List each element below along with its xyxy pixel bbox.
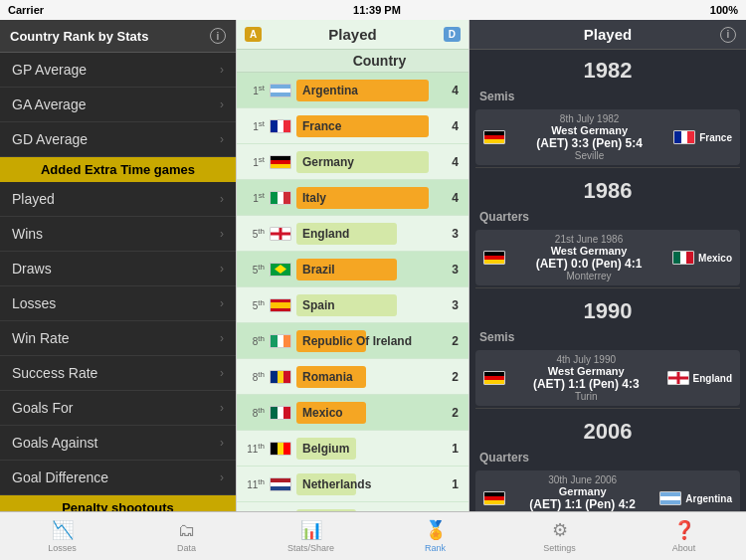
score-badge: 2 xyxy=(452,334,459,348)
country-bar-area: England 3 xyxy=(296,223,463,245)
match-score: (AET) 3:3 (Pen) 5:4 xyxy=(509,136,669,150)
country-bar-area: Romania 2 xyxy=(296,366,463,388)
country-row-esp[interactable]: 5th Spain 3 xyxy=(237,287,468,323)
rank-badge: 8th xyxy=(243,406,265,419)
menu-item-draws[interactable]: Draws› xyxy=(0,252,236,286)
country-name: Argentina xyxy=(302,84,358,97)
country-row-arg[interactable]: 1st Argentina 4 xyxy=(237,73,468,108)
tab-label-about: About xyxy=(672,543,696,553)
country-name: Republic Of Ireland xyxy=(302,334,412,348)
flag-ita xyxy=(270,190,291,205)
country-row-rom[interactable]: 8th Romania 2 xyxy=(237,359,468,395)
chevron-icon: › xyxy=(220,366,224,380)
tab-rank[interactable]: 🏅 Rank xyxy=(373,512,497,560)
flag-nld xyxy=(270,476,291,491)
match-date: 4th July 1990 xyxy=(509,354,663,365)
match-info: 30th June 2006 Germany (AET) 1:1 (Pen) 4… xyxy=(505,474,659,511)
rank-badge: 1st xyxy=(243,191,265,204)
chevron-icon: › xyxy=(220,436,224,450)
menu-item-success-rate[interactable]: Success Rate› xyxy=(0,356,236,391)
chevron-icon: › xyxy=(220,63,224,77)
flag-irl xyxy=(270,333,291,348)
menu-item-goal-difference[interactable]: Goal Difference› xyxy=(0,461,236,495)
country-row-fra[interactable]: 1st France 4 xyxy=(237,108,468,144)
chevron-icon: › xyxy=(220,192,224,206)
menu-item-label: Goal Difference xyxy=(12,469,108,485)
country-bar-area: Argentina 4 xyxy=(296,80,463,101)
country-row-bra[interactable]: 5th Brazil 3 xyxy=(237,252,468,287)
country-row-pry[interactable]: 11th Paraguay 1 xyxy=(237,502,468,511)
right-panel-info-icon[interactable]: i xyxy=(720,27,736,43)
team1-flag xyxy=(483,130,505,144)
country-bar-area: Republic Of Ireland 2 xyxy=(296,330,463,352)
rank-badge: 1st xyxy=(243,155,265,168)
team1-name: West Germany xyxy=(551,124,628,136)
stage-label: Semis xyxy=(469,328,746,348)
rank-badge: 1st xyxy=(243,84,265,96)
country-name: Romania xyxy=(302,370,353,384)
country-bar-area: Italy 4 xyxy=(296,187,463,209)
menu-item-losses[interactable]: Losses› xyxy=(0,286,236,321)
country-name: Spain xyxy=(302,298,335,312)
country-name: Netherlands xyxy=(302,477,371,491)
team2-flag xyxy=(667,371,689,385)
tab-about[interactable]: ❓ About xyxy=(622,512,746,560)
menu-item-label: Success Rate xyxy=(12,365,97,381)
menu-item-label: GP Average xyxy=(12,62,87,78)
team2-flag xyxy=(672,251,694,265)
country-name-bar: France xyxy=(296,115,429,137)
tab-icon-stats: 📊 xyxy=(300,519,322,541)
team2-flag xyxy=(659,491,681,505)
menu-item-ga-average[interactable]: GA Average› xyxy=(0,88,236,122)
tab-losses[interactable]: 📉 Losses xyxy=(0,512,124,560)
country-row-ita[interactable]: 1st Italy 4 xyxy=(237,180,468,216)
menu-item-gp-average[interactable]: GP Average› xyxy=(0,53,236,88)
menu-item-win-rate[interactable]: Win Rate› xyxy=(0,321,236,356)
country-name-bar: Romania xyxy=(296,366,366,388)
score-badge: 3 xyxy=(452,263,459,277)
country-row-irl[interactable]: 8th Republic Of Ireland 2 xyxy=(237,323,468,359)
country-name-bar: Germany xyxy=(296,151,429,173)
stage-label: Quarters xyxy=(469,208,746,228)
menu-item-goals-against[interactable]: Goals Against› xyxy=(0,426,236,461)
right-panel-header: i Played i xyxy=(469,20,746,50)
match-info: 21st June 1986 West Germany (AET) 0:0 (P… xyxy=(505,234,672,281)
stage-label: Semis xyxy=(469,88,746,107)
country-row-bel[interactable]: 11th Belgium 1 xyxy=(237,431,468,467)
tab-data[interactable]: 🗂 Data xyxy=(124,512,249,560)
flag-arg xyxy=(270,83,291,97)
year-divider xyxy=(475,408,740,409)
tab-icon-settings: ⚙ xyxy=(552,519,568,541)
menu-item-goals-for[interactable]: Goals For› xyxy=(0,391,236,426)
tab-settings[interactable]: ⚙ Settings xyxy=(497,512,622,560)
tab-stats[interactable]: 📊 Stats/Share xyxy=(249,512,373,560)
score-badge: 1 xyxy=(452,477,459,491)
chevron-icon: › xyxy=(220,401,224,415)
menu-item-label: Wins xyxy=(12,226,43,242)
menu-item-label: Goals For xyxy=(12,400,73,416)
country-row-ger[interactable]: 1st Germany 4 xyxy=(237,144,468,180)
menu-item-played[interactable]: Played› xyxy=(0,182,236,217)
rank-badge: 5th xyxy=(243,298,265,311)
menu-item-wins[interactable]: Wins› xyxy=(0,217,236,252)
country-name-bar: Netherlands xyxy=(296,473,356,495)
country-name-bar: Belgium xyxy=(296,438,356,460)
country-name-bar: Mexico xyxy=(296,402,366,424)
match-info: 4th July 1990 West Germany (AET) 1:1 (Pe… xyxy=(505,354,667,402)
country-row-nld[interactable]: 11th Netherlands 1 xyxy=(237,467,468,502)
tab-label-losses: Losses xyxy=(48,543,77,553)
team2-name: Mexico xyxy=(698,253,732,264)
flag-fra xyxy=(270,118,291,133)
section-header-section-penalty: Penalty shootouts xyxy=(0,495,236,511)
country-name: Mexico xyxy=(302,406,343,420)
country-bar-area: Brazil 3 xyxy=(296,259,463,280)
country-row-eng[interactable]: 5th England 3 xyxy=(237,216,468,252)
country-name: Belgium xyxy=(302,442,349,456)
left-panel-info-icon[interactable]: i xyxy=(210,28,226,44)
score-badge: 1 xyxy=(452,442,459,456)
tab-label-rank: Rank xyxy=(425,543,446,553)
menu-item-gd-average[interactable]: GD Average› xyxy=(0,122,236,157)
right-panel: i Played i 1982Semis 8th July 1982 West … xyxy=(469,20,746,511)
country-name: Brazil xyxy=(302,263,335,277)
country-row-mex[interactable]: 8th Mexico 2 xyxy=(237,395,468,431)
